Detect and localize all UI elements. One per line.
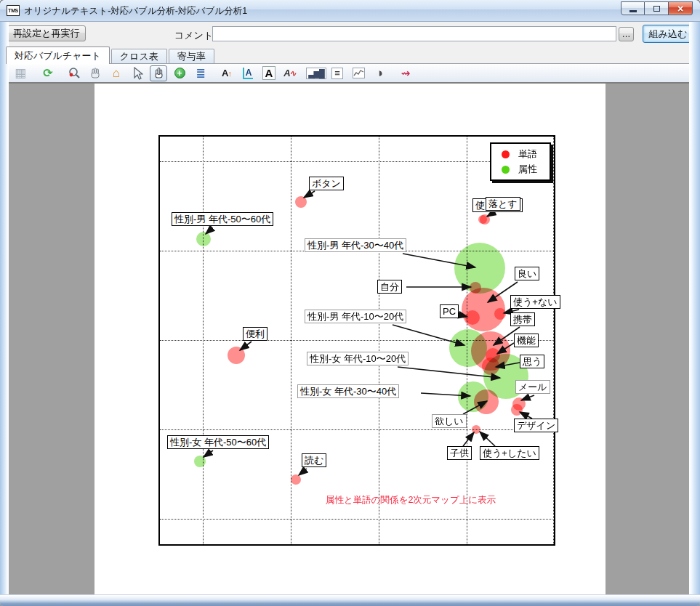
chart-label[interactable]: 性別-女 年代-10〜20代	[307, 352, 409, 365]
minimize-icon	[629, 10, 637, 12]
tab-cross-table[interactable]: クロス表	[111, 49, 167, 63]
chart-label[interactable]: 性別-男 年代-50〜60代	[172, 212, 273, 226]
chart-label[interactable]: 便利	[243, 327, 267, 341]
chart-label[interactable]: ボタン	[309, 177, 344, 190]
chart-label[interactable]: PC	[440, 304, 459, 318]
window-border-left	[0, 22, 9, 594]
chart-page: 属性と単語の関係を2次元マップ上に表示 ボタン性別-男 年代-50〜60代使う+…	[94, 84, 606, 594]
maximize-icon	[653, 6, 660, 12]
chart-label[interactable]: 自分	[377, 280, 402, 294]
chart-label[interactable]: 使う+ない	[510, 295, 560, 309]
chart-label[interactable]: 性別-男 年代-30〜40代	[305, 238, 406, 252]
tab-bar: 対応バブルチャート クロス表 寄与率	[0, 45, 700, 63]
line-chart-icon[interactable]	[350, 65, 367, 81]
chart-label[interactable]: 思う	[520, 355, 544, 368]
legend-entry-word: 単語	[502, 148, 545, 161]
comment-input[interactable]	[212, 26, 616, 41]
pan-hand-icon[interactable]	[87, 65, 104, 81]
tab-contribution[interactable]: 寄与率	[169, 49, 214, 63]
grid-icon[interactable]: ▦	[12, 65, 29, 81]
legend-entry-attr: 属性	[502, 163, 545, 176]
minimize-button[interactable]	[621, 1, 645, 15]
window-border-bottom	[0, 594, 700, 606]
ellipsis-button[interactable]: …	[619, 27, 634, 41]
window-controls: ×	[621, 1, 693, 15]
home-icon[interactable]: ⌂	[108, 65, 125, 81]
refresh-icon[interactable]: ⟳	[39, 65, 57, 81]
pie-chart-icon[interactable]: ◑	[371, 65, 388, 81]
chart-label[interactable]: 良い	[515, 267, 539, 280]
maximize-button[interactable]	[645, 1, 669, 15]
app-window: TMS オリジナルテキスト-対応バブル分析-対応バブル分析1 × 再設定と再実行…	[0, 0, 700, 606]
export-arrow-icon[interactable]: ⇝	[397, 65, 414, 81]
chart-label[interactable]: 性別-男 年代-10〜20代	[305, 310, 406, 323]
bar-chart-icon[interactable]: ▃▆█	[307, 65, 325, 81]
word-swatch-icon	[502, 150, 510, 158]
app-icon: TMS	[7, 5, 20, 16]
chart-label[interactable]: メール	[515, 380, 550, 394]
chart-label[interactable]: 性別-女 年代-30〜40代	[297, 384, 399, 398]
select-hand-icon[interactable]	[150, 65, 167, 81]
axis-font-icon[interactable]: A	[239, 65, 257, 81]
label-arrow-icon[interactable]: A↑	[218, 65, 236, 81]
legend-label-word: 単語	[518, 148, 537, 161]
legend-label-attr: 属性	[518, 163, 537, 176]
title-bar[interactable]: TMS オリジナルテキスト-対応バブル分析-対応バブル分析1 ×	[0, 0, 700, 22]
bubble-chart-plot[interactable]: 属性と単語の関係を2次元マップ上に表示 ボタン性別-男 年代-50〜60代使う+…	[158, 135, 555, 546]
chart-label[interactable]: 読む	[302, 453, 326, 467]
chart-legend: 単語 属性	[490, 142, 551, 181]
chart-toolbar: ▦ ⟳ ⌂ + ≣ A↑ A A A∿ ▃▆█ ≡ ◑ ⇝	[0, 63, 700, 84]
report-icon[interactable]: ≡	[329, 65, 346, 81]
font-curve-icon[interactable]: A∿	[281, 65, 299, 81]
chart-label[interactable]: 性別-女 年代-50〜60代	[167, 435, 269, 449]
chart-label[interactable]: 子供	[447, 446, 472, 460]
window-title: オリジナルテキスト-対応バブル分析-対応バブル分析1	[24, 5, 247, 17]
close-button[interactable]: ×	[669, 1, 693, 15]
add-circle-icon[interactable]: +	[171, 65, 188, 81]
rerun-button[interactable]: 再設定と再実行	[7, 25, 86, 41]
embed-button[interactable]: 組み込む	[643, 25, 693, 43]
chart-label[interactable]: 欲しい	[432, 414, 467, 428]
tab-content: 属性と単語の関係を2次元マップ上に表示 ボタン性別-男 年代-50〜60代使う+…	[9, 84, 689, 594]
zoom-icon[interactable]	[65, 65, 83, 81]
properties-list-icon[interactable]: ≣	[192, 65, 209, 81]
chart-label[interactable]: 携帯	[510, 312, 535, 326]
chart-label[interactable]: 機能	[514, 334, 539, 347]
chart-label[interactable]: デザイン	[514, 419, 558, 432]
tab-bubble-chart[interactable]: 対応バブルチャート	[6, 47, 110, 64]
command-bar: 再設定と再実行 コメント: … 組み込む	[0, 22, 700, 45]
close-icon: ×	[677, 4, 683, 14]
cursor-icon[interactable]	[129, 65, 146, 81]
attr-swatch-icon	[502, 166, 510, 174]
bold-a-icon[interactable]: A	[260, 65, 278, 81]
comment-label: コメント:	[174, 29, 216, 42]
window-border-right	[689, 22, 700, 594]
chart-label[interactable]: 使う+したい	[480, 446, 539, 460]
chart-label[interactable]: 落とす	[486, 197, 520, 211]
